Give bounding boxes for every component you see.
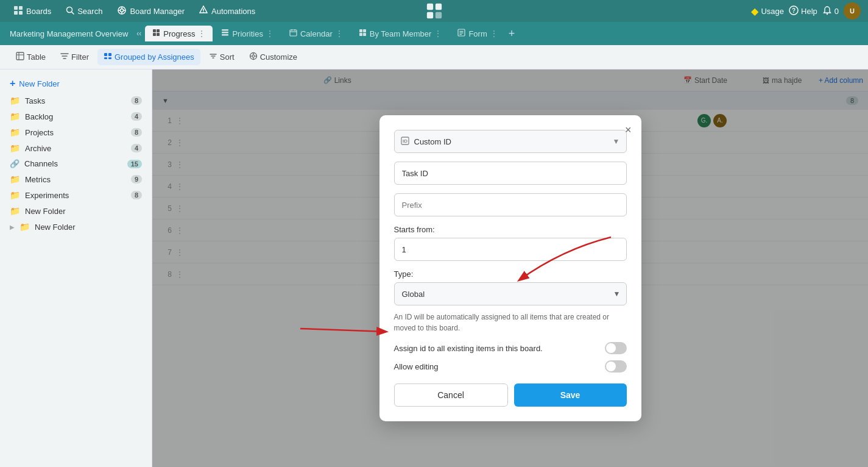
sidebar-item-tasks[interactable]: 📁 Tasks 8 <box>0 93 152 109</box>
task-id-input[interactable] <box>394 162 627 185</box>
svg-rect-47 <box>108 57 111 59</box>
folder-icon: 📁 <box>10 174 20 184</box>
filter-button[interactable]: Filter <box>54 49 95 65</box>
sort-icon <box>209 52 217 62</box>
usage-label: Usage <box>761 7 784 16</box>
svg-text:ID: ID <box>403 138 408 144</box>
usage-button[interactable]: ◆ Usage <box>751 5 784 17</box>
tasks-badge: 8 <box>131 96 142 105</box>
svg-rect-24 <box>153 33 156 36</box>
filter-label: Filter <box>71 52 89 62</box>
filter-icon <box>60 52 69 62</box>
metrics-badge: 9 <box>131 175 142 184</box>
notifications-button[interactable]: 0 <box>822 5 839 17</box>
automations-icon <box>199 5 208 16</box>
table-icon <box>16 52 24 62</box>
new-folder-label: New Folder <box>19 79 59 88</box>
svg-rect-1 <box>19 6 23 10</box>
modal-backdrop: × ID Custom ID ▼ Starts from: <box>152 70 868 467</box>
modal-actions: Cancel Save <box>394 383 627 407</box>
assign-id-toggle[interactable] <box>605 342 627 354</box>
svg-text:?: ? <box>792 7 796 14</box>
sidebar-item-backlog[interactable]: 📁 Backlog 4 <box>0 109 152 124</box>
sidebar-item-newfolder1[interactable]: 📁 New Folder <box>0 203 152 219</box>
search-button[interactable]: Search <box>60 4 108 19</box>
tab-calendar-options[interactable]: ⋮ <box>336 29 343 38</box>
tab-form-options[interactable]: ⋮ <box>490 29 498 38</box>
modal-close-button[interactable]: × <box>625 124 632 137</box>
search-label: Search <box>77 7 102 16</box>
dropdown-chevron-icon: ▼ <box>613 137 620 146</box>
channels-badge: 15 <box>127 160 142 168</box>
svg-point-7 <box>121 9 124 12</box>
svg-rect-26 <box>222 29 228 31</box>
tab-by-team[interactable]: By Team Member ⋮ <box>351 26 450 41</box>
automations-button[interactable]: Automations <box>193 3 261 19</box>
type-select[interactable]: Global Local Custom <box>394 282 627 305</box>
usage-icon: ◆ <box>751 5 758 17</box>
svg-rect-3 <box>19 11 23 15</box>
sidebar-item-metrics[interactable]: 📁 Metrics 9 <box>0 171 152 187</box>
sidebar-item-experiments[interactable]: 📁 Experiments 8 <box>0 187 152 203</box>
svg-rect-16 <box>435 4 441 10</box>
customize-button[interactable]: Customize <box>243 49 303 65</box>
nav-right: ◆ Usage ? Help 0 U <box>751 2 861 20</box>
allow-editing-label: Allow editing <box>394 362 439 371</box>
bell-icon <box>822 5 832 17</box>
svg-rect-29 <box>290 30 297 36</box>
board-manager-button[interactable]: Board Manager <box>111 3 191 20</box>
board-manager-icon <box>117 5 127 17</box>
content-area: 🔗 Links 📅 Start Date 🖼 ma hajde + Add co… <box>152 70 868 467</box>
custom-id-dropdown[interactable]: ID Custom ID ▼ <box>394 130 627 153</box>
allow-editing-toggle[interactable] <box>605 360 627 373</box>
folder-icon: 📁 <box>19 222 30 232</box>
custom-id-icon: ID <box>401 137 409 147</box>
sort-button[interactable]: Sort <box>203 49 241 65</box>
tab-progress[interactable]: Progress ⋮ <box>145 26 213 41</box>
sidebar-item-newfolder2[interactable]: ▶ 📁 New Folder <box>0 219 152 235</box>
tab-calendar[interactable]: Calendar ⋮ <box>282 26 350 41</box>
svg-rect-25 <box>157 33 160 36</box>
sidebar-item-newfolder1-label: New Folder <box>25 207 65 216</box>
table-button[interactable]: Table <box>10 49 52 65</box>
boards-button[interactable]: Boards <box>7 3 57 20</box>
tab-priorities[interactable]: Priorities ⋮ <box>214 26 281 41</box>
starts-from-input[interactable] <box>394 238 627 261</box>
modal-hint: An ID will be automatically assigned to … <box>394 312 627 333</box>
cancel-button[interactable]: Cancel <box>394 383 508 407</box>
tab-priorities-icon <box>221 29 229 38</box>
add-tab-button[interactable]: + <box>506 27 518 40</box>
svg-rect-27 <box>222 32 228 34</box>
svg-rect-18 <box>435 12 441 18</box>
folder-icon: 📁 <box>10 112 20 121</box>
custom-id-dropdown-label: Custom ID <box>414 137 451 146</box>
assign-id-label: Assign id to all existing items in this … <box>394 344 543 353</box>
backlog-badge: 4 <box>131 112 142 121</box>
folder-icon: 📁 <box>10 190 20 200</box>
tab-priorities-label: Priorities <box>232 29 263 38</box>
sidebar-item-projects[interactable]: 📁 Projects 8 <box>0 124 152 140</box>
app-logo <box>426 2 443 20</box>
collapse-sidebar-button[interactable]: ‹‹ <box>134 28 144 39</box>
help-button[interactable]: ? Help <box>789 5 817 17</box>
sidebar-item-archive[interactable]: 📁 Archive 4 <box>0 140 152 156</box>
boards-label: Boards <box>26 7 51 16</box>
new-folder-button[interactable]: + New Folder <box>0 74 152 93</box>
experiments-badge: 8 <box>131 191 142 199</box>
plus-icon: + <box>10 78 15 89</box>
board-manager-label: Board Manager <box>130 7 185 16</box>
main-layout: + New Folder 📁 Tasks 8 📁 Backlog 4 📁 Pro… <box>0 70 868 467</box>
automations-label: Automations <box>211 7 255 16</box>
svg-rect-2 <box>14 11 18 15</box>
prefix-input[interactable] <box>394 193 627 216</box>
svg-rect-15 <box>426 4 432 10</box>
grouped-button[interactable]: Grouped by Assignees <box>97 49 200 65</box>
avatar[interactable]: U <box>844 2 861 20</box>
tab-form[interactable]: Form ⋮ <box>450 26 504 41</box>
tab-team-options[interactable]: ⋮ <box>434 29 442 38</box>
save-button[interactable]: Save <box>514 383 627 407</box>
tab-priorities-options[interactable]: ⋮ <box>266 29 273 38</box>
folder-icon: 📁 <box>10 96 20 105</box>
tab-progress-options[interactable]: ⋮ <box>198 29 205 38</box>
sidebar-item-channels[interactable]: 🔗 Channels 15 <box>0 156 152 171</box>
